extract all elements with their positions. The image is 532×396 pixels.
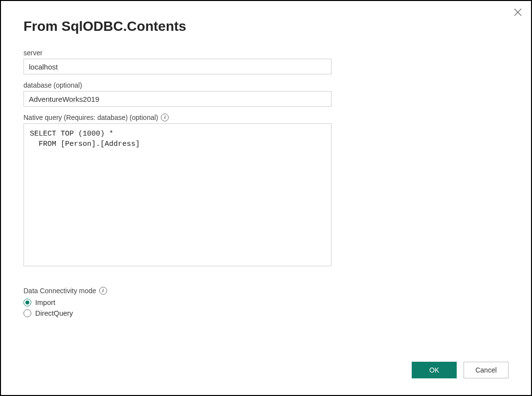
server-label: server (23, 49, 509, 57)
native-query-input[interactable] (23, 123, 332, 266)
connectivity-section: Data Connectivity mode i Import DirectQu… (23, 287, 509, 320)
cancel-button[interactable]: Cancel (464, 362, 509, 378)
info-icon[interactable]: i (161, 114, 169, 121)
connectivity-label-text: Data Connectivity mode (23, 287, 96, 295)
info-icon[interactable]: i (99, 287, 107, 295)
server-input[interactable] (23, 59, 332, 74)
radio-selected-dot (25, 301, 29, 304)
database-input[interactable] (23, 91, 332, 107)
radio-button-icon (23, 299, 31, 306)
radio-import[interactable]: Import (23, 299, 509, 306)
connection-dialog: From SqlODBC.Contents server database (o… (1, 1, 531, 395)
native-query-label-text: Native query (Requires: database) (optio… (23, 114, 158, 121)
server-field-group: server (23, 49, 509, 74)
close-button[interactable] (513, 8, 522, 19)
connectivity-label: Data Connectivity mode i (23, 287, 509, 295)
native-query-field-group: Native query (Requires: database) (optio… (23, 114, 509, 268)
radio-directquery[interactable]: DirectQuery (23, 309, 509, 317)
dialog-footer: OK Cancel (23, 362, 509, 380)
ok-button[interactable]: OK (412, 362, 457, 378)
database-field-group: database (optional) (23, 81, 509, 107)
radio-button-icon (23, 309, 31, 317)
native-query-label: Native query (Requires: database) (optio… (23, 114, 509, 121)
dialog-title: From SqlODBC.Contents (23, 19, 509, 34)
database-label: database (optional) (23, 81, 509, 89)
radio-import-label: Import (35, 299, 55, 306)
radio-directquery-label: DirectQuery (35, 309, 73, 317)
close-icon (513, 8, 522, 17)
